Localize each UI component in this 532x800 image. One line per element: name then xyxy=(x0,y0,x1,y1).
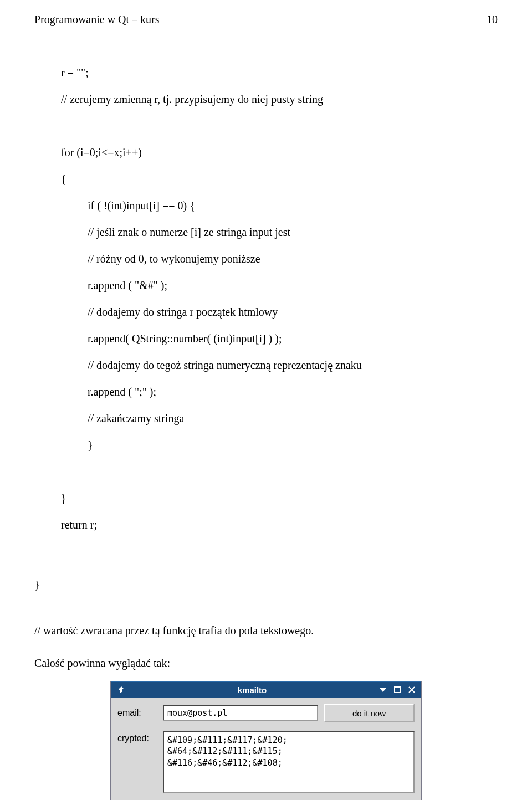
code-line: } xyxy=(61,438,498,452)
page-number: 10 xyxy=(487,13,498,26)
code-line: // zakańczamy stringa xyxy=(61,412,498,425)
code-line: { xyxy=(61,172,498,186)
button-label: do it now xyxy=(352,709,386,718)
code-block-2: } xyxy=(34,565,498,618)
code-line: if ( !(int)input[i] == 0) { xyxy=(61,199,498,212)
crypted-output[interactable]: &#109;&#111;&#117;&#120; &#64;&#112;&#11… xyxy=(163,731,415,793)
page-header: Programowanie w Qt – kurs 10 xyxy=(34,13,498,26)
email-field[interactable]: moux@post.pl xyxy=(163,705,318,721)
code-line: } xyxy=(34,578,498,591)
code-block-1: r = ""; // zerujemy zmienną r, tj. przyp… xyxy=(61,53,498,558)
code-line: r = ""; xyxy=(61,66,498,79)
code-end-comment: // wartość zwracana przez tą funkcję tra… xyxy=(34,624,498,637)
code-line: r.append ( ";" ); xyxy=(61,385,498,398)
window-title: kmailto xyxy=(131,685,374,695)
client-area: email: moux@post.pl do it now crypted: &… xyxy=(111,698,421,800)
code-line: // jeśli znak o numerze [i] ze stringa i… xyxy=(61,225,498,239)
do-it-now-button[interactable]: do it now xyxy=(324,704,415,722)
pin-icon[interactable] xyxy=(116,686,126,694)
app-window: kmailto email: moux@p xyxy=(110,681,422,800)
code-line: // dodajemy do stringa r początek htmlow… xyxy=(61,305,498,319)
titlebar: kmailto xyxy=(111,681,421,698)
app-screenshot: kmailto email: moux@p xyxy=(34,681,498,800)
code-line: r.append ( "&#" ); xyxy=(61,279,498,292)
code-line: // dodajemy do tegoż stringa numeryczną … xyxy=(61,358,498,372)
code-line: // różny od 0, to wykonujemy poniższe xyxy=(61,252,498,265)
header-title: Programowanie w Qt – kurs xyxy=(34,13,160,26)
crypted-label: crypted: xyxy=(117,731,157,743)
close-icon[interactable] xyxy=(407,686,417,694)
code-line: return r; xyxy=(61,518,498,531)
email-value: moux@post.pl xyxy=(167,708,227,718)
code-line: } xyxy=(61,491,498,505)
maximize-icon[interactable] xyxy=(392,686,402,694)
svg-rect-0 xyxy=(395,687,400,693)
email-label: email: xyxy=(117,708,157,718)
section-label: Całość powinna wyglądać tak: xyxy=(34,657,498,670)
minimize-icon[interactable] xyxy=(378,686,388,694)
code-line: // zerujemy zmienną r, tj. przypisujemy … xyxy=(61,93,498,106)
code-line: for (i=0;i<=x;i++) xyxy=(61,146,498,159)
code-line: r.append( QString::number( (int)input[i]… xyxy=(61,332,498,345)
